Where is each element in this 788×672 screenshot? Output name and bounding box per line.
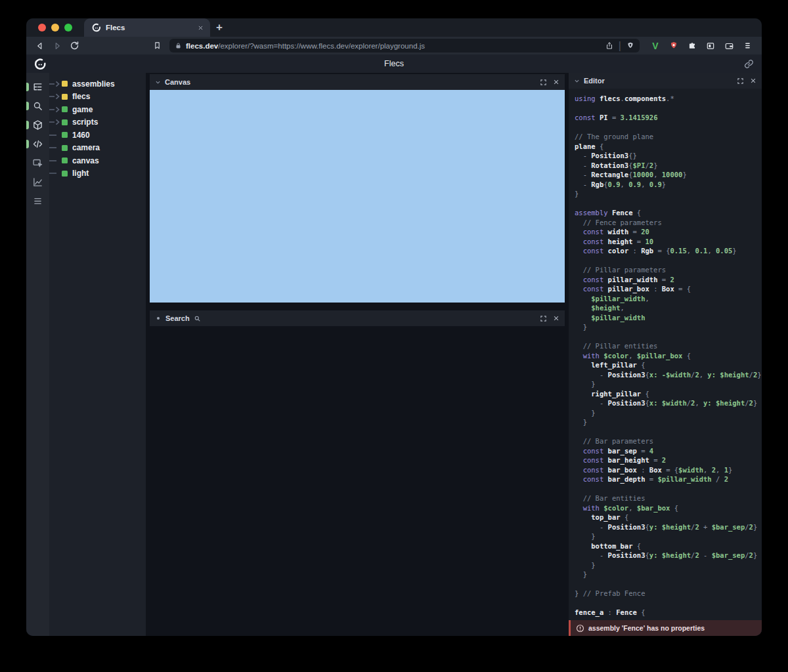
entity-square-icon — [62, 158, 68, 163]
code-line — [575, 199, 762, 209]
error-info-icon — [576, 624, 584, 633]
expand-chevron-icon[interactable] — [49, 81, 62, 87]
code-line: // Bar entities — [575, 494, 762, 503]
code-line: - Position3{x: $width/2, y: $height/2} — [575, 398, 762, 408]
wallet-icon[interactable] — [721, 39, 737, 53]
tool-entities-button[interactable] — [26, 116, 49, 135]
forward-button[interactable] — [50, 39, 64, 53]
code-line — [575, 579, 762, 589]
collapsed-dot-icon[interactable] — [157, 317, 160, 320]
zoom-window-button[interactable] — [64, 24, 72, 32]
code-line: } — [575, 417, 762, 427]
browser-tab-flecs[interactable]: Flecs — [84, 18, 210, 37]
code-line: } // Prefab Fence — [575, 589, 762, 598]
tool-code-button[interactable] — [26, 135, 49, 154]
tree-item-assemblies[interactable]: assemblies — [49, 77, 146, 91]
share-link-icon[interactable] — [744, 59, 754, 69]
url-bar[interactable]: flecs.dev/explorer/?wasm=https://www.fle… — [169, 39, 640, 52]
tree-item-light[interactable]: light — [49, 167, 146, 180]
tree-item-flecs[interactable]: flecs — [49, 91, 146, 104]
code-line: left_pillar { — [575, 360, 762, 370]
browser-window: Flecs + flecs.dev/explorer/?wasm=https:/… — [26, 18, 762, 636]
code-line: top_bar { — [575, 513, 762, 522]
entities-icon — [32, 119, 43, 131]
code-line: } — [575, 560, 762, 570]
new-tab-button[interactable]: + — [210, 18, 229, 37]
close-icon[interactable] — [750, 77, 756, 84]
code-line: plane { — [575, 142, 762, 152]
fullscreen-icon[interactable] — [540, 79, 547, 86]
chevron-down-icon[interactable] — [155, 79, 161, 85]
code-line: } — [575, 322, 762, 332]
active-indicator — [26, 121, 29, 129]
bookmark-icon[interactable] — [150, 39, 164, 53]
tree-item-1460[interactable]: 1460 — [49, 129, 146, 142]
entity-square-icon — [62, 132, 68, 138]
fullscreen-icon[interactable] — [737, 77, 744, 85]
canvas-3d-viewport[interactable] — [150, 90, 565, 303]
code-line: const width = 20 — [575, 227, 762, 237]
search-icon — [32, 100, 43, 112]
script-editor[interactable]: using flecs.components.* const PI = 3.14… — [569, 89, 762, 620]
brave-shield-icon[interactable] — [626, 41, 634, 50]
close-icon[interactable] — [553, 79, 559, 85]
code-line: - Position3{y: $height/2 - $bar_sep/2} — [575, 551, 762, 560]
search-panel-body — [150, 326, 565, 636]
tree-item-game[interactable]: game — [49, 103, 146, 116]
tree-item-camera[interactable]: camera — [49, 142, 146, 155]
canvas-panel-title: Canvas — [165, 78, 190, 86]
divider: | — [619, 40, 621, 52]
fullscreen-icon[interactable] — [540, 315, 547, 322]
tree-guide-line — [49, 158, 62, 164]
extensions-puzzle-icon[interactable] — [684, 39, 700, 53]
url-domain: flecs.dev — [186, 42, 218, 50]
tree-item-canvas[interactable]: canvas — [49, 154, 146, 167]
expand-chevron-icon[interactable] — [49, 119, 62, 125]
code-line: // Pillar entities — [575, 341, 762, 351]
code-line: const bar_depth = $pillar_width / 2 — [575, 474, 762, 484]
entity-square-icon — [62, 106, 68, 112]
code-line: right_pillar { — [575, 389, 762, 399]
code-line: const bar_box : Box = {$width, 2, 1} — [575, 465, 762, 475]
minimize-window-button[interactable] — [51, 24, 59, 32]
code-line: fence_a : Fence { — [575, 608, 762, 618]
tool-inspector-button[interactable] — [26, 154, 49, 173]
active-indicator — [26, 102, 29, 110]
code-line: - Rotation3{$PI/2} — [575, 161, 762, 171]
code-line: - Rectangle{10000, 10000} — [575, 170, 762, 180]
code-line: const height = 10 — [575, 237, 762, 247]
tool-search-button[interactable] — [26, 96, 49, 116]
code-line: } — [575, 532, 762, 541]
tree-guide-line — [49, 170, 62, 177]
expand-chevron-icon[interactable] — [49, 93, 62, 100]
tab-close-icon[interactable] — [196, 23, 205, 32]
tree-item-scripts[interactable]: scripts — [49, 116, 146, 129]
code-line: - Position3{} — [575, 151, 762, 161]
menu-icon[interactable] — [739, 39, 755, 53]
flecs-logo-icon[interactable] — [34, 58, 47, 70]
tool-chart-button[interactable] — [26, 173, 49, 192]
back-button[interactable] — [33, 39, 47, 53]
tree-item-label: 1460 — [72, 131, 90, 140]
adguard-extension-icon[interactable] — [666, 39, 682, 53]
tool-tree-button[interactable] — [26, 77, 49, 96]
tree-item-label: camera — [72, 143, 100, 152]
close-icon[interactable] — [553, 315, 559, 322]
tool-tables-button[interactable] — [26, 192, 49, 211]
sidebar-toggle-icon[interactable] — [703, 39, 718, 53]
main-area: assembliesflecsgamescripts1460cameracanv… — [26, 73, 762, 636]
code-line — [575, 598, 762, 608]
vimium-extension-icon[interactable]: V — [647, 39, 663, 53]
tree-guide-line — [49, 144, 62, 151]
share-icon[interactable] — [605, 41, 613, 50]
chart-icon — [32, 177, 43, 188]
close-window-button[interactable] — [38, 24, 46, 32]
code-line: using flecs.components.* — [575, 94, 762, 104]
tables-icon — [32, 196, 43, 207]
expand-chevron-icon[interactable] — [49, 106, 62, 113]
reload-button[interactable] — [67, 39, 81, 53]
url-text: flecs.dev/explorer/?wasm=https://www.fle… — [186, 42, 602, 50]
editor-panel-title: Editor — [584, 77, 605, 85]
tab-title: Flecs — [106, 24, 191, 32]
chevron-down-icon[interactable] — [574, 78, 580, 84]
